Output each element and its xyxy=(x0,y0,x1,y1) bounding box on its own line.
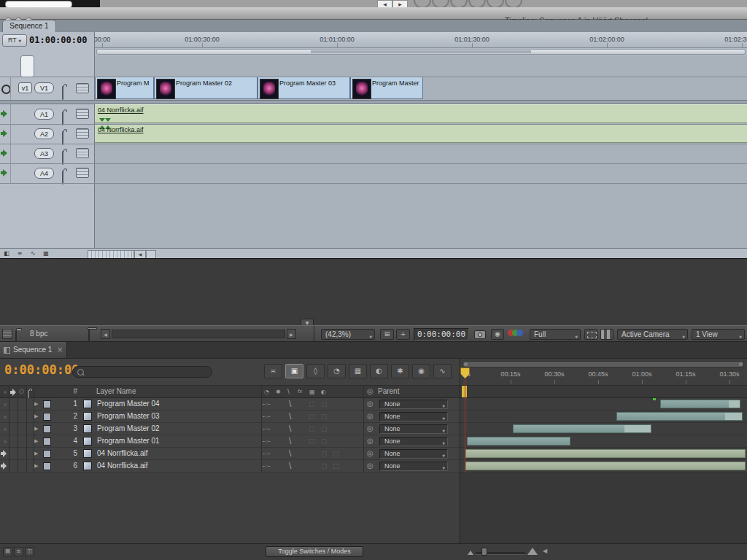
work-area-bar[interactable] xyxy=(96,49,746,55)
quality-switch-icon[interactable]: \ xyxy=(289,449,291,457)
audio-track-a1[interactable]: 04 Norrflicka.aif xyxy=(95,104,747,124)
view-layout-dropdown[interactable]: 1 View ▼ xyxy=(692,329,745,340)
tab-sequence-1-timeline[interactable]: Sequence 1 × xyxy=(0,342,67,358)
keyframe-marker[interactable] xyxy=(653,398,656,400)
auto-keyframe-icon[interactable]: ◉ xyxy=(412,364,430,378)
audio-track-a3[interactable] xyxy=(95,144,747,163)
quality-switch-icon[interactable]: \ xyxy=(289,437,291,445)
tab-sequence-1[interactable]: Sequence 1 xyxy=(2,20,56,32)
scroll-left-icon[interactable]: ◀ xyxy=(101,329,110,339)
parent-pickwhip-icon[interactable]: ◎ xyxy=(367,400,374,408)
switch-checkbox[interactable] xyxy=(322,414,327,419)
expand-layer-icon[interactable]: ▶ xyxy=(34,426,38,432)
collapse-switch-icon[interactable]: -◦- xyxy=(263,401,271,408)
layer-name[interactable]: Program Master 01 xyxy=(97,437,160,445)
expand-layer-icon[interactable]: ▶ xyxy=(34,413,38,419)
collapse-switch-icon[interactable]: -◦- xyxy=(263,438,271,445)
label-color-swatch[interactable] xyxy=(43,413,51,421)
video-track-v1[interactable]: Program M Program Master 02 Program Mast… xyxy=(95,77,747,100)
clip-04-norrflicka-a2[interactable]: 04 Norrflicka.aif xyxy=(95,124,747,143)
layer-bar-program-master-04[interactable] xyxy=(660,400,740,408)
layer-bar-program-master-03[interactable] xyxy=(616,412,743,421)
label-color-swatch[interactable] xyxy=(43,450,51,458)
expand-transfer-controls-icon[interactable]: ≡ xyxy=(14,547,23,556)
scroll-right-icon[interactable]: ▶ xyxy=(287,329,296,339)
sequence-timecode[interactable]: 01:00:00:00 xyxy=(29,35,87,45)
frame-blending-icon[interactable]: ▦ xyxy=(349,364,367,378)
layer-name[interactable]: Program Master 04 xyxy=(97,400,160,408)
expand-layer-icon[interactable]: ▶ xyxy=(34,401,38,407)
target-track-a4[interactable]: A4 xyxy=(34,168,54,179)
audio-track-a2[interactable]: 04 Norrflicka.aif xyxy=(95,124,747,144)
current-time-indicator-line[interactable] xyxy=(465,378,465,472)
composition-mini-flowchart-icon[interactable]: ≍ xyxy=(264,364,282,378)
switch-checkbox[interactable] xyxy=(322,439,327,444)
target-track-a2[interactable]: A2 xyxy=(34,128,54,139)
layer-row-2[interactable]: ▶ 2 Program Master 03 -◦- \ ◎ None ▼ xyxy=(0,411,460,423)
set-display-style-icon[interactable] xyxy=(76,128,89,139)
clip-program-master-02[interactable]: Program Master 02 xyxy=(154,77,258,99)
background-toolbar-button[interactable] xyxy=(432,0,449,7)
graph-editor-icon[interactable]: ∿ xyxy=(433,364,452,378)
3d-view-dropdown[interactable]: Active Camera ▼ xyxy=(617,329,688,340)
audio-waveform-icon[interactable]: ∿ xyxy=(28,250,38,257)
magnification-dropdown[interactable]: (42,3%) ▼ xyxy=(321,329,375,340)
clip-program-master-03[interactable]: Program Master 03 xyxy=(258,77,350,99)
layer-name[interactable]: Program Master 03 xyxy=(97,412,160,420)
label-color-swatch[interactable] xyxy=(43,425,51,433)
transparency-grid-icon[interactable] xyxy=(600,329,614,340)
draft-3d-icon[interactable]: ◊ xyxy=(306,364,325,378)
switch-checkbox[interactable] xyxy=(309,427,314,432)
layer-row-6[interactable]: ▶ 6 04 Norrflicka.aif -◦- \ ◎ None ▼ xyxy=(0,460,460,472)
column-layer-name[interactable]: Layer Name xyxy=(96,387,136,395)
background-toolbar-button[interactable] xyxy=(487,0,504,7)
parent-dropdown[interactable]: None ▼ xyxy=(379,462,448,471)
toggle-mask-visibility-icon[interactable]: + xyxy=(396,329,410,340)
track-height-icon[interactable]: ▦ xyxy=(41,250,51,257)
time-navigator[interactable] xyxy=(462,361,744,368)
switch-checkbox[interactable] xyxy=(309,414,314,419)
timeline-row-6[interactable] xyxy=(460,460,747,472)
back-nav-icon[interactable]: ◀ xyxy=(377,0,392,7)
switch-checkbox[interactable] xyxy=(322,402,327,407)
background-toolbar-button[interactable] xyxy=(450,0,468,7)
pane-divider[interactable] xyxy=(460,359,460,560)
hide-shy-layers-icon[interactable]: ◔ xyxy=(328,364,346,378)
background-toolbar-button[interactable] xyxy=(468,0,486,7)
switch-checkbox[interactable] xyxy=(322,464,327,469)
target-track-a1[interactable]: A1 xyxy=(34,109,54,120)
target-track-v1[interactable]: V1 xyxy=(34,82,54,93)
layer-row-1[interactable]: ▶ 1 Program Master 04 -◦- \ ◎ None ▼ xyxy=(0,398,460,411)
resolution-dropdown[interactable]: Full ▼ xyxy=(530,329,581,340)
project-bit-depth-button[interactable]: 8 bpc xyxy=(30,329,47,339)
background-toolbar-button[interactable] xyxy=(505,0,522,7)
sequence-markers-icon[interactable]: ≡ xyxy=(15,250,25,257)
quality-switch-icon[interactable]: \ xyxy=(289,412,291,420)
parent-dropdown[interactable]: None ▼ xyxy=(379,424,448,434)
timeline-row-5[interactable] xyxy=(460,448,747,460)
zoom-in-icon[interactable] xyxy=(527,548,538,555)
snap-toggle-icon[interactable]: ◧ xyxy=(1,250,12,257)
scroll-box[interactable] xyxy=(146,250,156,258)
search-input[interactable] xyxy=(86,368,209,378)
collapse-switch-icon[interactable]: -◦- xyxy=(263,451,271,457)
work-area-center[interactable] xyxy=(311,50,531,53)
scroll-left-icon[interactable]: ◀ xyxy=(543,548,547,554)
switch-checkbox[interactable] xyxy=(333,451,338,456)
switch-checkbox[interactable] xyxy=(322,451,327,456)
forward-nav-icon[interactable]: ▶ xyxy=(392,0,408,7)
timeline-row-2[interactable] xyxy=(460,411,747,423)
switch-checkbox[interactable] xyxy=(309,402,314,407)
scroll-left-icon[interactable]: ◀ xyxy=(134,250,146,258)
switch-checkbox[interactable] xyxy=(309,439,314,444)
set-display-style-icon[interactable] xyxy=(76,148,89,158)
expand-layer-icon[interactable]: ▶ xyxy=(34,438,38,444)
layer-row-5[interactable]: ▶ 5 04 Norrflicka.aif -◦- \ ◎ None ▼ xyxy=(0,448,460,460)
parent-pickwhip-icon[interactable]: ◎ xyxy=(367,449,374,457)
search-field[interactable] xyxy=(72,366,212,378)
delete-icon[interactable] xyxy=(88,329,90,343)
column-number[interactable]: # xyxy=(55,387,77,395)
region-of-interest-icon[interactable] xyxy=(584,329,597,340)
parent-pickwhip-icon[interactable]: ◎ xyxy=(367,437,374,445)
label-color-swatch[interactable] xyxy=(43,438,51,446)
